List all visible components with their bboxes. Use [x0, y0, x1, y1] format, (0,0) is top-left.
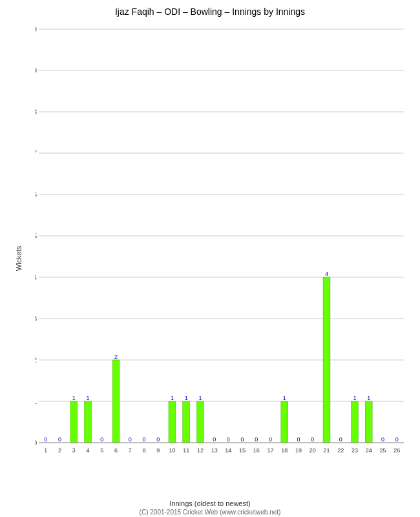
- svg-text:0: 0: [255, 436, 258, 443]
- svg-rect-34: [112, 360, 120, 443]
- svg-text:0: 0: [339, 436, 342, 443]
- svg-text:9: 9: [36, 67, 37, 74]
- svg-rect-49: [196, 401, 204, 443]
- chart-title: Ijaz Faqih – ODI – Bowling – Innings by …: [0, 0, 420, 20]
- svg-text:0: 0: [156, 436, 160, 443]
- svg-text:1: 1: [185, 395, 188, 401]
- svg-text:0: 0: [58, 436, 61, 443]
- svg-text:1: 1: [72, 395, 76, 401]
- svg-text:0: 0: [241, 436, 244, 443]
- svg-text:4: 4: [87, 447, 90, 454]
- svg-text:22: 22: [337, 447, 344, 454]
- svg-text:4: 4: [36, 273, 37, 281]
- svg-text:0: 0: [311, 436, 314, 443]
- svg-text:0: 0: [395, 436, 399, 443]
- svg-text:0: 0: [100, 436, 103, 443]
- svg-rect-29: [85, 401, 92, 443]
- svg-text:0: 0: [227, 436, 230, 443]
- svg-rect-26: [70, 401, 78, 443]
- svg-rect-46: [183, 401, 190, 443]
- svg-text:1: 1: [44, 447, 47, 454]
- svg-text:19: 19: [295, 447, 302, 454]
- svg-text:1: 1: [367, 395, 370, 401]
- svg-text:15: 15: [239, 447, 246, 454]
- svg-text:11: 11: [183, 447, 189, 454]
- svg-rect-77: [365, 401, 372, 443]
- svg-text:5: 5: [36, 232, 37, 240]
- svg-text:2: 2: [114, 353, 118, 360]
- svg-text:0: 0: [44, 436, 47, 443]
- svg-rect-74: [352, 401, 359, 443]
- svg-text:5: 5: [100, 447, 103, 454]
- svg-rect-43: [169, 401, 176, 443]
- svg-text:1: 1: [283, 395, 286, 401]
- svg-rect-69: [323, 277, 330, 443]
- chart-container: Ijaz Faqih – ODI – Bowling – Innings by …: [0, 0, 420, 517]
- svg-text:6: 6: [36, 191, 37, 198]
- svg-text:1: 1: [198, 395, 202, 401]
- svg-rect-62: [281, 401, 288, 443]
- svg-text:0: 0: [297, 436, 300, 443]
- svg-text:3: 3: [72, 447, 76, 454]
- svg-text:17: 17: [268, 447, 274, 454]
- svg-text:6: 6: [114, 447, 118, 454]
- svg-text:20: 20: [310, 447, 316, 454]
- svg-text:0: 0: [129, 436, 132, 443]
- svg-text:2: 2: [36, 356, 37, 364]
- svg-text:8: 8: [142, 447, 145, 454]
- svg-text:4: 4: [325, 271, 328, 277]
- svg-text:0: 0: [36, 439, 37, 447]
- svg-text:1: 1: [36, 397, 37, 405]
- svg-text:7: 7: [36, 149, 37, 157]
- svg-text:13: 13: [211, 447, 218, 454]
- svg-text:8: 8: [36, 108, 37, 116]
- svg-text:23: 23: [352, 447, 358, 454]
- chart-area: 0123456789100102131405260708091101111120…: [36, 23, 410, 469]
- svg-text:26: 26: [394, 447, 400, 454]
- svg-text:0: 0: [269, 436, 272, 443]
- svg-text:21: 21: [323, 447, 330, 454]
- svg-text:24: 24: [366, 447, 372, 454]
- svg-text:25: 25: [379, 447, 386, 454]
- x-axis-label: Innings (oldest to newest): [169, 500, 250, 507]
- svg-text:16: 16: [253, 447, 260, 454]
- svg-text:0: 0: [381, 436, 384, 443]
- copyright-text: (C) 2001-2015 Cricket Web (www.cricketwe…: [140, 509, 281, 516]
- svg-text:3: 3: [36, 315, 37, 322]
- y-axis-label: Wickets: [15, 246, 23, 271]
- svg-text:10: 10: [169, 447, 175, 454]
- svg-text:7: 7: [129, 447, 132, 454]
- svg-text:14: 14: [225, 447, 231, 454]
- svg-text:2: 2: [58, 447, 61, 454]
- svg-text:9: 9: [156, 447, 160, 454]
- chart-svg: 0123456789100102131405260708091101111120…: [36, 23, 410, 469]
- svg-text:18: 18: [281, 447, 288, 454]
- svg-text:10: 10: [36, 25, 37, 33]
- svg-text:0: 0: [213, 436, 216, 443]
- svg-text:1: 1: [353, 395, 356, 401]
- svg-text:0: 0: [142, 436, 145, 443]
- svg-text:12: 12: [197, 447, 204, 454]
- svg-text:1: 1: [87, 395, 90, 401]
- svg-text:1: 1: [171, 395, 174, 401]
